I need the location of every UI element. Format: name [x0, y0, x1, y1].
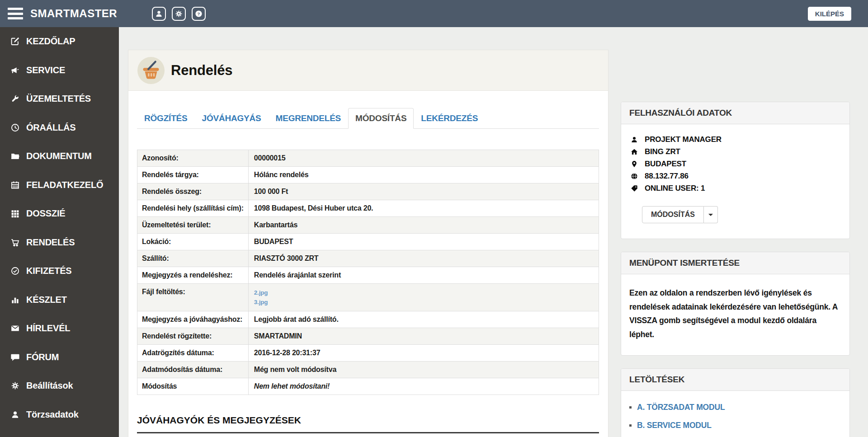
- help-button[interactable]: ?: [192, 7, 206, 21]
- sidebar-item-dosszie[interactable]: DOSSZIÉ: [0, 199, 119, 228]
- row-value: RIASZTÓ 3000 ZRT: [248, 250, 599, 267]
- tab-megrendeles: MEGRENDELÉS: [269, 108, 349, 129]
- row-value: 2.jpg3.jpg: [248, 284, 599, 311]
- table-row: Lokáció:BUDAPEST: [137, 234, 599, 250]
- row-label: Rendelést rögzítette:: [137, 328, 249, 345]
- table-row: Fájl feltöltés:2.jpg3.jpg: [137, 284, 599, 311]
- menu-info-panel-title: MENÜPONT ISMERTETÉSE: [621, 252, 849, 274]
- map-pin-icon: [629, 160, 639, 168]
- file-link[interactable]: 2.jpg: [254, 288, 594, 297]
- row-value: 1098 Budapest, Dési Huber utca 20.: [248, 200, 599, 217]
- row-label: Adatrögzítés dátuma:: [137, 345, 249, 362]
- page-title: Rendelés: [171, 62, 232, 79]
- gear-icon: [175, 10, 183, 18]
- row-value: BUDAPEST: [248, 234, 599, 250]
- sidebar-item-keszlet[interactable]: KÉSZLET: [0, 286, 119, 315]
- sidebar-item-beallitasok[interactable]: Beállítások: [0, 371, 119, 400]
- sidebar-item-label: DOSSZIÉ: [26, 208, 65, 219]
- sidebar-item-kezdolap[interactable]: KEZDŐLAP: [0, 27, 119, 56]
- download-link-b-service-modul[interactable]: B. SERVICE MODUL: [637, 421, 712, 430]
- calendar-icon: [9, 181, 20, 189]
- user-icon: [629, 136, 639, 143]
- sidebar-item-service[interactable]: SERVICE: [0, 56, 119, 85]
- sidebar-item-label: RENDELÉS: [26, 237, 75, 248]
- user-data-text: BUDAPEST: [645, 160, 686, 169]
- logout-button[interactable]: KILÉPÉS: [808, 7, 851, 21]
- tab-rogzites: RÖGZÍTÉS: [137, 108, 195, 129]
- file-link[interactable]: 3.jpg: [254, 297, 594, 307]
- row-value: Hólánc rendelés: [248, 167, 599, 183]
- tab-link-rogzites[interactable]: RÖGZÍTÉS: [137, 108, 195, 129]
- download-item: B. SERVICE MODUL: [629, 421, 841, 430]
- tab-link-megrendeles[interactable]: MEGRENDELÉS: [269, 108, 349, 129]
- row-value: Karbantartás: [248, 217, 599, 234]
- order-card: Rendelés RÖGZÍTÉSJÓVÁHAGYÁSMEGRENDELÉSMÓ…: [128, 50, 609, 437]
- download-link-a-torzsadat-modul[interactable]: A. TÖRZSADAT MODUL: [637, 403, 725, 412]
- table-row: Megjegyzés a jóváhagyáshoz:Legjobb árat …: [137, 311, 599, 328]
- basket-icon: [137, 56, 165, 85]
- bar-chart-icon: [9, 296, 20, 304]
- sidebar-item-hirlevel[interactable]: HÍRLEVÉL: [0, 314, 119, 343]
- edit-icon: [9, 37, 20, 46]
- user-button[interactable]: [152, 7, 166, 21]
- sidebar-item-rendeles[interactable]: RENDELÉS: [0, 228, 119, 257]
- sidebar: KEZDŐLAPSERVICEÜZEMELTETÉSÓRAÁLLÁSDOKUME…: [0, 27, 119, 437]
- row-label: Rendelés összeg:: [137, 183, 249, 200]
- sidebar-item-label: KIFIZETÉS: [26, 266, 71, 276]
- tab-jovahagyas: JÓVÁHAGYÁS: [195, 108, 269, 129]
- right-column: FELHASZNÁLÓI ADATOK PROJEKT MANAGERBING …: [621, 102, 850, 437]
- user-data-item: BUDAPEST: [629, 160, 841, 169]
- user-icon: [155, 10, 163, 18]
- order-details-table: Azonosító:00000015Rendelés tárgya:Hólánc…: [137, 150, 599, 395]
- svg-text:?: ?: [198, 11, 200, 16]
- sidebar-item-uzemeltetes[interactable]: ÜZEMELTETÉS: [0, 85, 119, 113]
- wrench-icon: [9, 94, 20, 103]
- downloads-list: A. TÖRZSADAT MODULB. SERVICE MODULC. ÜZE…: [629, 402, 841, 437]
- table-row: Rendelés összeg:100 000 Ft: [137, 183, 599, 200]
- sidebar-item-label: DOKUMENTUM: [26, 151, 92, 161]
- table-row: Rendelés tárgya:Hólánc rendelés: [137, 167, 599, 183]
- order-tabs: RÖGZÍTÉSJÓVÁHAGYÁSMEGRENDELÉSMÓDOSÍTÁSLE…: [137, 108, 599, 129]
- sidebar-item-torzsadatok[interactable]: Törzsadatok: [0, 400, 119, 429]
- tab-link-lekerdezes[interactable]: LEKÉRDEZÉS: [414, 108, 485, 129]
- sidebar-item-kifizetes[interactable]: KIFIZETÉS: [0, 257, 119, 286]
- caret-down-icon: [708, 214, 713, 216]
- globe-icon: [629, 173, 639, 180]
- tab-link-jovahagyas[interactable]: JÓVÁHAGYÁS: [195, 108, 269, 129]
- table-row: Rendelési hely (szállítási cím):1098 Bud…: [137, 200, 599, 217]
- sidebar-item-dokumentum[interactable]: DOKUMENTUM: [0, 142, 119, 171]
- megaphone-icon: [9, 66, 20, 75]
- sidebar-item-label: KÉSZLET: [26, 295, 67, 305]
- row-value: SMARTADMIN: [248, 328, 599, 345]
- modify-button[interactable]: MÓDOSÍTÁS: [642, 206, 704, 223]
- topbar: SMARTMASTER ? KILÉPÉS: [0, 0, 868, 27]
- user-data-text: 88.132.77.86: [645, 172, 689, 181]
- sidebar-item-label: Törzsadatok: [26, 409, 79, 420]
- gear-icon: [9, 381, 20, 390]
- table-row: Rendelést rögzítette:SMARTADMIN: [137, 328, 599, 345]
- bullet-icon: [629, 424, 632, 427]
- row-label: Megjegyzés a jóváhagyáshoz:: [137, 311, 249, 328]
- user-data-item: 88.132.77.86: [629, 172, 841, 181]
- sidebar-item-oraallas[interactable]: ÓRAÁLLÁS: [0, 113, 119, 142]
- tab-link-modositas[interactable]: MÓDOSÍTÁS: [348, 108, 414, 129]
- approvers-section-heading: JÓVÁHAGYÓK ÉS MEGJEGYZÉSEK: [137, 415, 599, 433]
- row-value: 2016-12-28 20:31:37: [248, 345, 599, 362]
- home-icon: [629, 148, 639, 155]
- clock-icon: [9, 123, 20, 132]
- topbar-buttons: ?: [152, 7, 206, 21]
- menu-icon[interactable]: [8, 8, 23, 19]
- tag-icon: [629, 185, 639, 192]
- user-data-item: ONLINE USER: 1: [629, 184, 841, 193]
- row-label: Módosítás: [137, 378, 249, 395]
- row-label: Lokáció:: [137, 234, 249, 250]
- user-data-text: PROJEKT MANAGER: [645, 135, 722, 144]
- table-row: Adatrögzítés dátuma:2016-12-28 20:31:37: [137, 345, 599, 362]
- sidebar-item-forum[interactable]: FÓRUM: [0, 343, 119, 372]
- settings-button[interactable]: [172, 7, 186, 21]
- modify-dropdown-button[interactable]: [704, 206, 718, 223]
- sidebar-item-label: KEZDŐLAP: [26, 36, 75, 47]
- user-data-list: PROJEKT MANAGERBING ZRTBUDAPEST88.132.77…: [629, 135, 841, 193]
- menu-info-panel: MENÜPONT ISMERTETÉSE Ezen az oldalon a r…: [621, 252, 850, 356]
- sidebar-item-feladatkezelo[interactable]: FELADATKEZELŐ: [0, 171, 119, 200]
